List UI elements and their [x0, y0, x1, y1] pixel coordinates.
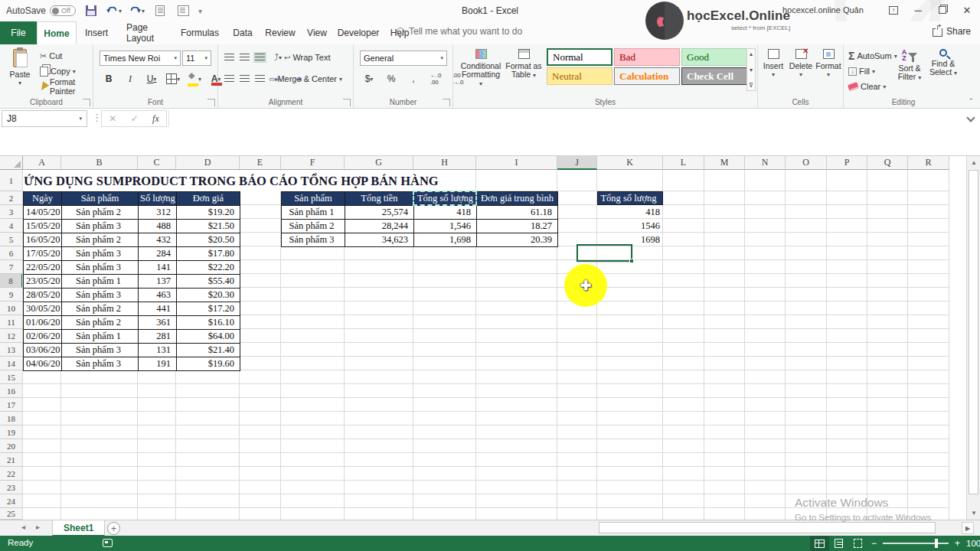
wrap-text-button[interactable]: ↩Wrap Text	[284, 51, 331, 64]
column-header-R[interactable]: R	[908, 156, 949, 170]
tab-home[interactable]: Home	[37, 21, 77, 44]
cell[interactable]: $21.50	[177, 220, 240, 233]
cell[interactable]: $20.30	[177, 289, 240, 302]
normal-view-button[interactable]	[810, 536, 829, 551]
vertical-scrollbar[interactable]: ▲ ▼	[966, 156, 980, 520]
cell[interactable]: Sản phẩm 3	[62, 261, 139, 275]
cell[interactable]: 441	[139, 302, 177, 316]
cell[interactable]: 361	[139, 316, 177, 330]
row-header-20[interactable]: 20	[0, 439, 23, 453]
header-cell[interactable]: Số lượng	[139, 192, 177, 206]
cell[interactable]: 141	[139, 261, 177, 275]
align-center-icon[interactable]	[240, 75, 250, 83]
cell[interactable]: 03/06/2012	[24, 344, 62, 357]
column-header-A[interactable]: A	[23, 156, 61, 170]
cell[interactable]: 01/06/2012	[24, 316, 62, 330]
row-header-23[interactable]: 23	[0, 481, 23, 494]
row-header-3[interactable]: 3	[0, 205, 23, 219]
sheet-nav-arrows[interactable]: ◂▸	[21, 523, 51, 531]
cell[interactable]: Sản phẩm 1	[62, 275, 139, 289]
column-header-E[interactable]: E	[240, 156, 281, 170]
format-cells-button[interactable]: Format▾	[815, 47, 842, 95]
cell-style-bad[interactable]: Bad	[614, 48, 680, 66]
column-header-I[interactable]: I	[476, 156, 557, 170]
insert-cells-button[interactable]: Insert▾	[760, 47, 787, 95]
header-cell[interactable]: Tổng số lượng	[414, 192, 477, 206]
increase-decimal-button[interactable]: ←.0.00	[428, 71, 443, 86]
print-preview-button[interactable]	[152, 3, 168, 18]
ribbon-display-options-button[interactable]: ↑	[884, 2, 903, 18]
clipboard-dialog-launcher[interactable]	[83, 99, 90, 106]
cell[interactable]: 28,244	[345, 220, 414, 233]
customize-qat-button[interactable]: ▾	[198, 7, 202, 15]
cell-style-neutral[interactable]: Neutral	[547, 67, 612, 85]
tab-review[interactable]: Review	[260, 21, 300, 44]
column-header-D[interactable]: D	[176, 156, 240, 170]
font-dialog-launcher[interactable]	[207, 99, 215, 106]
row-header-18[interactable]: 18	[0, 412, 23, 425]
cell[interactable]: 312	[139, 206, 177, 220]
column-header-K[interactable]: K	[597, 156, 663, 170]
font-family-combo[interactable]: Times New Roi▾	[100, 51, 181, 66]
close-button[interactable]: ✕	[957, 2, 977, 18]
row-header-25[interactable]: 25	[0, 508, 23, 520]
quantity-value[interactable]: 418	[597, 205, 663, 219]
header-cell[interactable]: Ngày	[24, 192, 62, 206]
row-header-24[interactable]: 24	[0, 494, 23, 508]
paste-button[interactable]: Paste▾	[3, 47, 37, 95]
row-header-15[interactable]: 15	[0, 370, 23, 384]
row-header-16[interactable]: 16	[0, 384, 23, 398]
column-header-O[interactable]: O	[786, 156, 827, 170]
sheet-title-cell[interactable]: ỨNG DỤNG SUMPRODUCT TRONG BÁO CÁO TỔNG H…	[24, 171, 446, 191]
vertical-scroll-thumb[interactable]	[969, 170, 978, 494]
percent-style-button[interactable]: %	[384, 71, 399, 86]
column-header-B[interactable]: B	[61, 156, 138, 170]
tab-view[interactable]: View	[300, 21, 334, 44]
select-all-button[interactable]	[0, 156, 23, 170]
zoom-slider[interactable]	[883, 543, 949, 544]
align-top-icon[interactable]	[224, 54, 234, 61]
tell-me-box[interactable]: Tell me what you want to do	[397, 26, 522, 37]
page-break-view-button[interactable]	[848, 536, 867, 551]
column-header-H[interactable]: H	[413, 156, 476, 170]
underline-button[interactable]: U▾	[144, 71, 159, 86]
borders-button[interactable]: ▾	[165, 71, 181, 86]
column-header-J[interactable]: J	[557, 156, 597, 170]
horizontal-scroll-thumb[interactable]	[599, 522, 936, 533]
tab-file[interactable]: File	[0, 21, 37, 44]
cell[interactable]: Sản phẩm 2	[62, 316, 139, 330]
cell[interactable]: Sản phẩm 3	[62, 247, 139, 261]
formula-input[interactable]	[168, 110, 960, 127]
column-header-F[interactable]: F	[281, 156, 345, 170]
cell[interactable]: 25,574	[345, 206, 414, 220]
cell[interactable]: 61.18	[477, 206, 558, 220]
new-sheet-button[interactable]: +	[107, 522, 120, 535]
align-left-icon[interactable]	[224, 75, 234, 83]
bold-button[interactable]: B	[101, 71, 116, 86]
worksheet-grid[interactable]: ABCDEFGHIJKLMNOPQR 123456789101112131415…	[0, 156, 966, 520]
cell[interactable]: Sản phẩm 2	[62, 302, 139, 316]
cell[interactable]: 34,623	[345, 233, 414, 247]
row-header-17[interactable]: 17	[0, 398, 23, 412]
cell[interactable]: Sản phẩm 3	[62, 220, 139, 233]
tab-formulas[interactable]: Formulas	[175, 21, 225, 44]
cell[interactable]: 284	[139, 247, 177, 261]
macro-record-icon[interactable]	[103, 539, 113, 547]
cell[interactable]: Sản phẩm 1	[282, 206, 345, 220]
cell[interactable]: $17.20	[177, 302, 240, 316]
quantity-column-header[interactable]: Tổng số lượng	[597, 191, 663, 205]
cell-style-check-cell[interactable]: Check Cell	[681, 67, 747, 85]
cell[interactable]: 281	[139, 330, 177, 344]
cell[interactable]: 16/05/2012	[24, 233, 62, 247]
cell[interactable]: 131	[139, 344, 177, 357]
cell[interactable]: Sản phẩm 2	[62, 233, 139, 247]
column-header-P[interactable]: P	[827, 156, 867, 170]
collapse-ribbon-button[interactable]: ⌃	[968, 97, 974, 105]
align-right-icon[interactable]	[255, 75, 265, 83]
cell[interactable]: 28/05/2012	[24, 289, 62, 302]
zoom-in-icon[interactable]: +	[955, 538, 960, 549]
align-middle-icon[interactable]	[240, 54, 250, 61]
comma-style-button[interactable]: ,	[406, 71, 421, 86]
cell[interactable]: Sản phẩm 3	[62, 344, 139, 357]
name-box[interactable]: J8▾	[2, 110, 87, 127]
